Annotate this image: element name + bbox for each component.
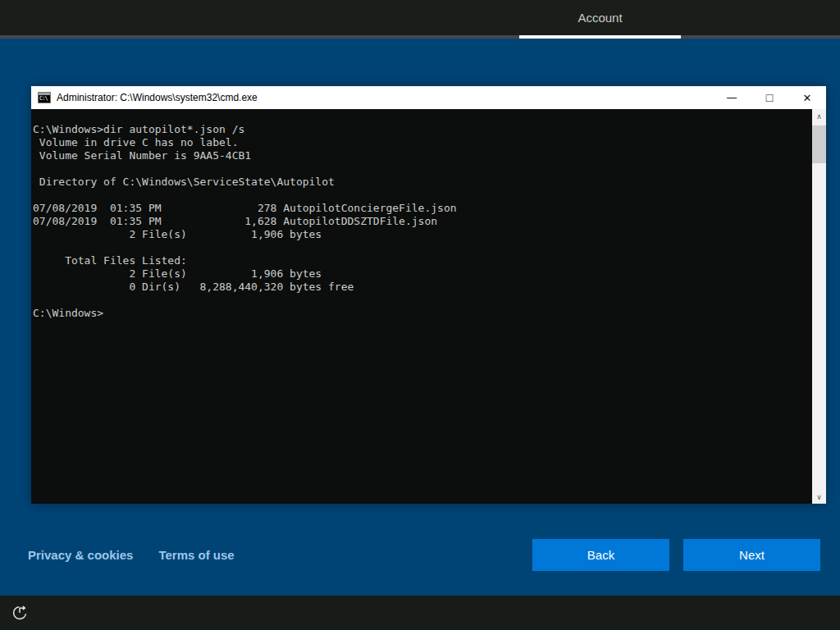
cmd-titlebar[interactable]: C:\ Administrator: C:\Windows\system32\c… <box>31 86 826 109</box>
window-title: Administrator: C:\Windows\system32\cmd.e… <box>57 92 713 103</box>
minimize-icon: — <box>727 92 737 103</box>
close-button[interactable]: ✕ <box>788 86 826 109</box>
scroll-down-icon[interactable]: ∨ <box>812 490 826 504</box>
tab-account: Account <box>519 0 681 39</box>
scrollbar-thumb[interactable] <box>812 126 826 163</box>
privacy-cookies-link[interactable]: Privacy & cookies <box>28 548 133 562</box>
close-icon: ✕ <box>803 92 812 104</box>
cmd-icon-text: C:\ <box>39 95 48 103</box>
minimize-button[interactable]: — <box>713 86 751 109</box>
ease-of-access-button[interactable] <box>11 604 29 622</box>
terminal-output: C:\Windows>dir autopilot*.json /s Volume… <box>31 109 812 504</box>
terms-of-use-link[interactable]: Terms of use <box>158 548 234 562</box>
next-button[interactable]: Next <box>683 539 820 571</box>
maximize-button[interactable]: □ <box>751 86 788 109</box>
oobe-header: Account <box>0 0 840 39</box>
cmd-window: C:\ Administrator: C:\Windows\system32\c… <box>31 86 826 504</box>
cmd-icon: C:\ <box>38 92 51 103</box>
back-button[interactable]: Back <box>532 539 669 571</box>
footer-links: Privacy & cookies Terms of use <box>28 539 235 571</box>
tab-account-label: Account <box>578 11 622 25</box>
ease-of-access-icon <box>11 605 28 621</box>
maximize-icon: □ <box>766 91 773 104</box>
scroll-up-icon[interactable]: ∧ <box>812 109 826 123</box>
terminal-scrollbar[interactable]: ∧ ∨ <box>812 109 826 504</box>
window-controls: — □ ✕ <box>713 86 826 109</box>
terminal-viewport[interactable]: C:\Windows>dir autopilot*.json /s Volume… <box>31 109 826 504</box>
oobe-bottom-bar <box>0 596 840 630</box>
